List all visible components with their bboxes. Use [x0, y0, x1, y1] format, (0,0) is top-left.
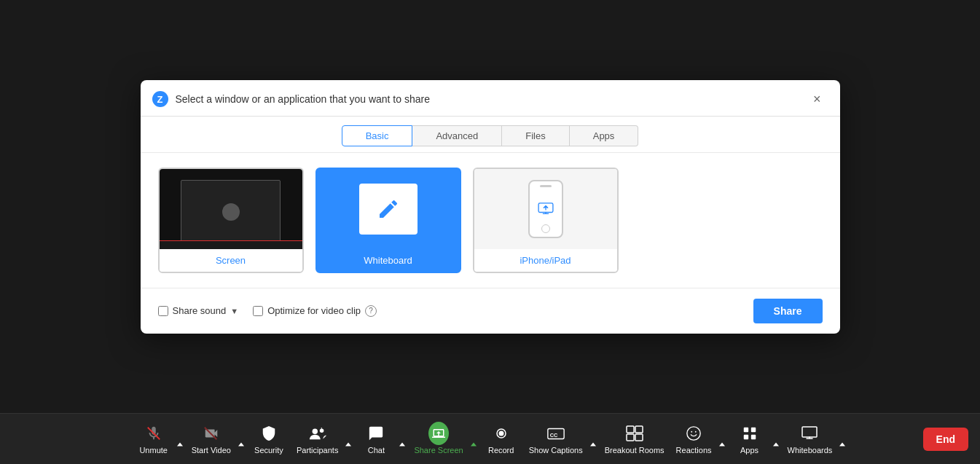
iphone-speaker: [540, 185, 552, 187]
share-option-whiteboard[interactable]: Whiteboard: [315, 168, 461, 273]
chat-button[interactable]: Chat: [354, 419, 398, 459]
participants-group: 1 Participants: [291, 419, 354, 459]
captions-chevron[interactable]: [589, 428, 599, 451]
unmute-group: Unmute: [132, 419, 186, 459]
whiteboards-button[interactable]: Whiteboards: [782, 419, 839, 459]
iphone-screen-share-icon: [538, 202, 554, 216]
share-sound-checkbox[interactable]: Share sound ▼: [158, 305, 239, 316]
participants-icon: 1: [307, 423, 328, 444]
toolbar: Unmute Start Video: [0, 413, 980, 464]
participants-label: Participants: [297, 446, 338, 455]
tab-basic[interactable]: Basic: [342, 125, 413, 146]
security-button[interactable]: Security: [247, 419, 291, 459]
share-screen-chevron[interactable]: [469, 428, 479, 451]
whiteboards-label: Whiteboards: [788, 446, 833, 455]
record-label: Record: [488, 446, 514, 455]
unmute-button[interactable]: Unmute: [132, 419, 176, 459]
show-captions-button[interactable]: CC Show Captions: [523, 419, 589, 459]
svg-rect-21: [802, 427, 817, 437]
record-icon: [491, 423, 511, 444]
optimize-video-input[interactable]: [253, 306, 263, 316]
chat-chevron[interactable]: [398, 428, 408, 451]
modal-overlay: Z Select a window or an application that…: [0, 0, 980, 413]
share-screen-button[interactable]: Share Screen: [408, 419, 469, 459]
svg-point-14: [687, 427, 700, 440]
whiteboards-chevron[interactable]: [838, 428, 848, 451]
breakout-rooms-button[interactable]: Breakout Rooms: [599, 419, 670, 459]
svg-rect-20: [750, 435, 755, 439]
share-screen-group: Share Screen: [408, 419, 479, 459]
apps-label: Apps: [740, 446, 758, 455]
reactions-icon: [683, 423, 704, 444]
screen-person-icon: [222, 203, 240, 221]
security-group: Security: [247, 419, 291, 459]
svg-point-3: [312, 429, 317, 434]
info-icon[interactable]: ?: [365, 305, 377, 317]
whiteboard-label: Whiteboard: [317, 249, 460, 272]
screen-bottom-bar: [160, 240, 302, 249]
tab-advanced[interactable]: Advanced: [412, 125, 502, 146]
breakout-rooms-group: Breakout Rooms: [599, 419, 670, 459]
unmute-label: Unmute: [139, 446, 168, 455]
apps-chevron[interactable]: [772, 428, 782, 451]
pencil-icon: [377, 197, 400, 221]
share-screen-modal: Z Select a window or an application that…: [141, 80, 840, 334]
show-captions-label: Show Captions: [529, 446, 583, 455]
apps-group: Apps: [728, 419, 782, 459]
reactions-label: Reactions: [676, 446, 712, 455]
svg-text:CC: CC: [549, 432, 557, 439]
unmute-icon: [144, 423, 164, 444]
participants-chevron[interactable]: [344, 428, 354, 451]
svg-rect-18: [750, 428, 755, 432]
unmute-chevron[interactable]: [176, 428, 186, 451]
svg-rect-19: [743, 435, 748, 439]
modal-content: Screen Whiteboard: [141, 153, 840, 288]
screen-preview-inner: [181, 180, 281, 244]
whiteboard-inner: [359, 184, 418, 235]
iphone-preview: [474, 169, 617, 249]
start-video-label: Start Video: [192, 446, 231, 455]
share-sound-input[interactable]: [158, 306, 168, 316]
tab-apps[interactable]: Apps: [570, 125, 639, 146]
captions-icon: CC: [546, 423, 566, 444]
breakout-rooms-label: Breakout Rooms: [605, 446, 665, 455]
reactions-button[interactable]: Reactions: [670, 419, 718, 459]
share-option-iphone[interactable]: iPhone/iPad: [473, 168, 619, 273]
end-button[interactable]: End: [923, 428, 968, 451]
modal-tabs: Basic Advanced Files Apps: [141, 117, 840, 153]
modal-close-button[interactable]: ×: [809, 90, 826, 109]
modal-title: Select a window or an application that y…: [176, 93, 430, 105]
modal-header-left: Z Select a window or an application that…: [152, 91, 430, 107]
whiteboard-preview: [317, 169, 460, 249]
share-sound-label: Share sound: [173, 305, 227, 316]
share-button[interactable]: Share: [753, 299, 823, 323]
apps-button[interactable]: Apps: [728, 419, 772, 459]
apps-icon: [740, 423, 760, 444]
start-video-group: Start Video: [186, 419, 247, 459]
show-captions-group: CC Show Captions: [523, 419, 599, 459]
video-icon: [201, 423, 222, 444]
svg-text:1: 1: [320, 427, 323, 432]
screen-preview: [160, 169, 302, 249]
footer-checkboxes: Share sound ▼ Optimize for video clip ?: [158, 305, 377, 317]
svg-rect-11: [635, 426, 643, 433]
svg-point-16: [695, 431, 697, 433]
tab-files[interactable]: Files: [502, 125, 569, 146]
record-group: Record: [479, 419, 523, 459]
svg-rect-17: [743, 428, 748, 432]
chat-label: Chat: [368, 446, 385, 455]
record-button[interactable]: Record: [479, 419, 523, 459]
optimize-video-checkbox[interactable]: Optimize for video clip ?: [253, 305, 377, 317]
share-option-screen[interactable]: Screen: [158, 168, 304, 273]
video-chevron[interactable]: [237, 428, 247, 451]
whiteboards-icon: [799, 423, 820, 444]
svg-point-7: [498, 431, 503, 436]
iphone-home-button: [541, 224, 550, 233]
modal-footer: Share sound ▼ Optimize for video clip ? …: [141, 288, 840, 334]
participants-button[interactable]: 1 Participants: [291, 419, 344, 459]
share-screen-icon: [428, 423, 449, 444]
share-sound-dropdown[interactable]: ▼: [230, 307, 238, 315]
start-video-button[interactable]: Start Video: [186, 419, 237, 459]
reactions-chevron[interactable]: [718, 428, 728, 451]
iphone-label: iPhone/iPad: [474, 249, 617, 272]
